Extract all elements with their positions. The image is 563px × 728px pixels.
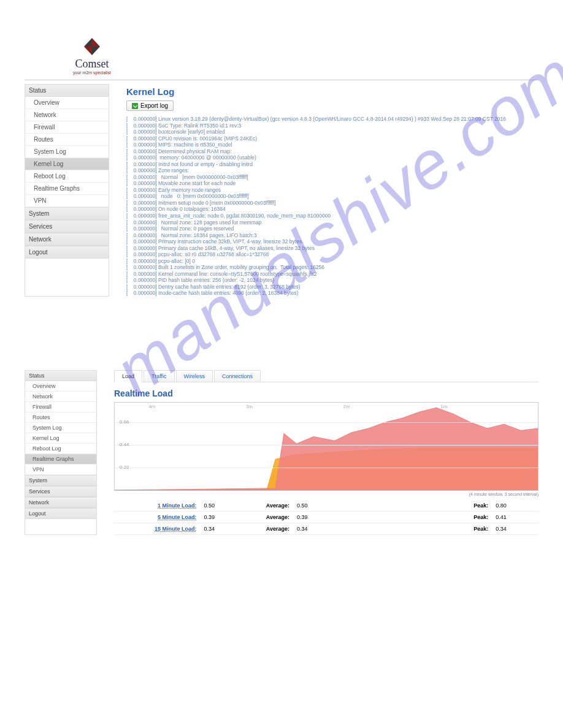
stat-avg-label: Average: bbox=[247, 511, 293, 523]
y-tick-label: 0.44 bbox=[120, 442, 129, 447]
sidebar-item-vpn[interactable]: VPN bbox=[25, 195, 109, 207]
sidebar-item-realtime-graphs[interactable]: Realtime Graphs bbox=[25, 454, 96, 464]
stat-peak: 0.80 bbox=[492, 500, 538, 512]
tab-connections[interactable]: Connections bbox=[214, 370, 261, 382]
svg-marker-1 bbox=[84, 38, 92, 47]
sidebar-item-reboot-log[interactable]: Reboot Log bbox=[25, 170, 109, 183]
stat-avg-label: Average: bbox=[247, 500, 293, 512]
sidebar-item-network[interactable]: Network bbox=[25, 392, 96, 402]
tab-traffic[interactable]: Traffic bbox=[144, 370, 175, 382]
sidebar-section-system[interactable]: System bbox=[25, 207, 109, 220]
grid-line bbox=[115, 422, 538, 423]
stat-avg-label: Average: bbox=[247, 523, 293, 534]
sidebar-item-firewall[interactable]: Firewall bbox=[25, 402, 96, 412]
sidebar-item-firewall[interactable]: Firewall bbox=[25, 121, 109, 134]
logo-diamond-icon bbox=[79, 37, 105, 56]
stat-current: 0.39 bbox=[201, 511, 247, 523]
brand-logo: Comset your m2m specialist bbox=[64, 37, 120, 75]
svg-marker-2 bbox=[84, 47, 92, 55]
stat-label: 15 Minute Load: bbox=[155, 526, 197, 532]
sidebar: StatusOverviewNetworkFirewallRoutesSyste… bbox=[25, 84, 109, 297]
stat-peak: 0.34 bbox=[492, 523, 538, 534]
sidebar-section-logout[interactable]: Logout bbox=[25, 508, 96, 519]
logo-tagline: your m2m specialist bbox=[64, 70, 120, 75]
logo-brand-name: Comset bbox=[64, 58, 120, 70]
sidebar-item-realtime-graphs[interactable]: Realtime Graphs bbox=[25, 183, 109, 195]
sidebar-section-network[interactable]: Network bbox=[25, 497, 96, 508]
x-tick-label: 2m bbox=[343, 404, 350, 409]
load-stat-row: 1 Minute Load:0.50Average:0.50Peak:0.80 bbox=[114, 500, 538, 512]
x-tick-label: 4m bbox=[148, 404, 155, 409]
sidebar-section-services[interactable]: Services bbox=[25, 486, 96, 497]
load-stat-row: 5 Minute Load:0.39Average:0.39Peak:0.41 bbox=[114, 511, 538, 523]
export-log-label: Export log bbox=[140, 102, 168, 109]
sidebar-item-system-log[interactable]: System Log bbox=[25, 423, 96, 433]
sidebar-item-overview[interactable]: Overview bbox=[25, 381, 96, 392]
grid-line bbox=[115, 445, 538, 446]
page-title: Kernel Log bbox=[126, 86, 538, 97]
stat-label: 5 Minute Load: bbox=[158, 514, 197, 520]
tab-wireless[interactable]: Wireless bbox=[176, 370, 213, 382]
sidebar: StatusOverviewNetworkFirewallRoutesSyste… bbox=[25, 370, 97, 535]
load-stats-table: 1 Minute Load:0.50Average:0.50Peak:0.805… bbox=[114, 500, 538, 535]
sidebar-item-reboot-log[interactable]: Reboot Log bbox=[25, 444, 96, 454]
sidebar-section-services[interactable]: Services bbox=[25, 220, 109, 233]
stat-current: 0.34 bbox=[201, 523, 247, 534]
sidebar-section-status[interactable]: Status bbox=[25, 370, 96, 381]
tab-bar: LoadTrafficWirelessConnections bbox=[114, 370, 538, 382]
svg-marker-0 bbox=[92, 38, 100, 47]
sidebar-item-vpn[interactable]: VPN bbox=[25, 464, 96, 475]
x-tick-label: 1m bbox=[440, 404, 447, 409]
export-icon bbox=[132, 103, 138, 109]
realtime-load-chart: 0.220.440.664m3m2m1m bbox=[114, 402, 538, 491]
stat-avg: 0.39 bbox=[293, 511, 340, 523]
y-tick-label: 0.66 bbox=[120, 419, 129, 425]
sidebar-section-system[interactable]: System bbox=[25, 475, 96, 486]
sidebar-section-network[interactable]: Network bbox=[25, 233, 109, 246]
load-stat-row: 15 Minute Load:0.34Average:0.34Peak:0.34 bbox=[114, 523, 538, 534]
stat-peak: 0.41 bbox=[492, 511, 538, 523]
sidebar-item-network[interactable]: Network bbox=[25, 109, 109, 121]
sidebar-item-routes[interactable]: Routes bbox=[25, 134, 109, 146]
stat-peak-label: Peak: bbox=[446, 511, 492, 523]
kernel-log-output: [ 0.000000] Linux version 3.18.29 (denty… bbox=[126, 116, 538, 297]
sidebar-item-overview[interactable]: Overview bbox=[25, 97, 109, 109]
stat-avg: 0.34 bbox=[293, 523, 340, 534]
export-log-button[interactable]: Export log bbox=[126, 100, 174, 111]
sidebar-item-system-log[interactable]: System Log bbox=[25, 146, 109, 158]
sidebar-section-logout[interactable]: Logout bbox=[25, 246, 109, 259]
svg-marker-3 bbox=[92, 47, 100, 55]
sidebar-item-routes[interactable]: Routes bbox=[25, 412, 96, 423]
stat-current: 0.50 bbox=[201, 500, 247, 512]
header-divider bbox=[25, 80, 538, 80]
sidebar-item-kernel-log[interactable]: Kernel Log bbox=[25, 158, 109, 170]
grid-line bbox=[115, 468, 538, 468]
stat-label: 1 Minute Load: bbox=[158, 502, 197, 509]
stat-peak-label: Peak: bbox=[446, 523, 492, 534]
chart-window-note: (4 minute window, 3 second interval) bbox=[114, 492, 538, 496]
page-title: Realtime Load bbox=[114, 389, 538, 398]
sidebar-item-kernel-log[interactable]: Kernel Log bbox=[25, 433, 96, 444]
x-tick-label: 3m bbox=[246, 404, 253, 409]
y-tick-label: 0.22 bbox=[120, 464, 129, 470]
sidebar-section-status[interactable]: Status bbox=[25, 84, 109, 97]
tab-load[interactable]: Load bbox=[114, 370, 142, 382]
stat-avg: 0.50 bbox=[293, 500, 340, 512]
stat-peak-label: Peak: bbox=[446, 500, 492, 512]
